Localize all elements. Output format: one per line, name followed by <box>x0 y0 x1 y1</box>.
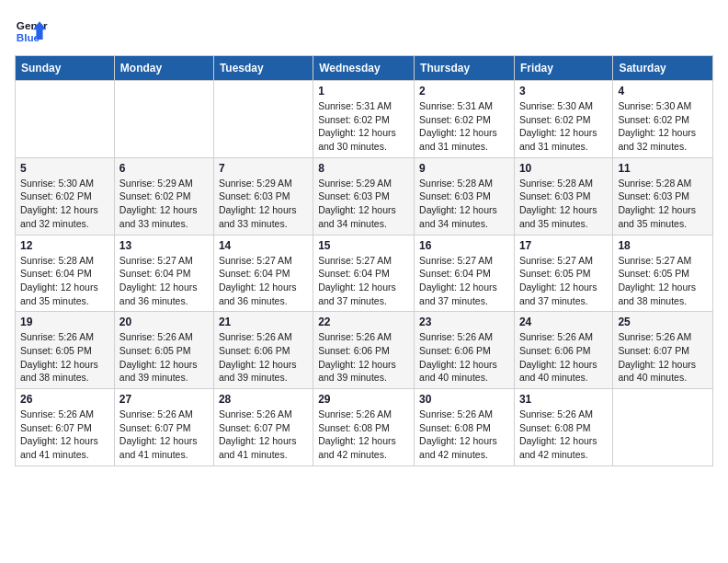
calendar-cell: 20Sunrise: 5:26 AM Sunset: 6:05 PM Dayli… <box>114 312 213 389</box>
weekday-header-tuesday: Tuesday <box>213 56 313 81</box>
calendar-week-row: 1Sunrise: 5:31 AM Sunset: 6:02 PM Daylig… <box>16 81 713 158</box>
day-number: 11 <box>618 162 708 175</box>
day-info: Sunrise: 5:26 AM Sunset: 6:07 PM Dayligh… <box>219 408 308 462</box>
calendar-cell: 24Sunrise: 5:26 AM Sunset: 6:06 PM Dayli… <box>514 312 612 389</box>
weekday-header-row: SundayMondayTuesdayWednesdayThursdayFrid… <box>16 56 713 81</box>
day-number: 30 <box>419 393 509 406</box>
day-number: 2 <box>419 85 509 98</box>
day-info: Sunrise: 5:26 AM Sunset: 6:08 PM Dayligh… <box>419 408 509 462</box>
calendar-cell: 16Sunrise: 5:27 AM Sunset: 6:04 PM Dayli… <box>415 235 515 312</box>
day-info: Sunrise: 5:27 AM Sunset: 6:05 PM Dayligh… <box>618 254 708 308</box>
calendar-cell: 14Sunrise: 5:27 AM Sunset: 6:04 PM Dayli… <box>213 235 313 312</box>
calendar-cell: 29Sunrise: 5:26 AM Sunset: 6:08 PM Dayli… <box>313 389 415 466</box>
day-number: 26 <box>20 393 109 406</box>
day-info: Sunrise: 5:27 AM Sunset: 6:04 PM Dayligh… <box>119 254 209 308</box>
day-info: Sunrise: 5:27 AM Sunset: 6:05 PM Dayligh… <box>519 254 608 308</box>
day-info: Sunrise: 5:27 AM Sunset: 6:04 PM Dayligh… <box>419 254 509 308</box>
calendar-cell: 7Sunrise: 5:29 AM Sunset: 6:03 PM Daylig… <box>213 157 313 235</box>
day-info: Sunrise: 5:26 AM Sunset: 6:05 PM Dayligh… <box>119 330 209 385</box>
day-number: 27 <box>119 393 209 406</box>
calendar-cell: 22Sunrise: 5:26 AM Sunset: 6:06 PM Dayli… <box>313 312 415 389</box>
day-number: 28 <box>219 393 308 406</box>
page-header: General Blue <box>15 15 713 48</box>
day-info: Sunrise: 5:27 AM Sunset: 6:04 PM Dayligh… <box>219 254 308 308</box>
weekday-header-wednesday: Wednesday <box>313 56 415 81</box>
day-info: Sunrise: 5:31 AM Sunset: 6:02 PM Dayligh… <box>419 99 509 154</box>
day-info: Sunrise: 5:30 AM Sunset: 6:02 PM Dayligh… <box>519 99 608 154</box>
day-number: 15 <box>318 239 409 252</box>
calendar-cell: 23Sunrise: 5:26 AM Sunset: 6:06 PM Dayli… <box>415 312 515 389</box>
day-info: Sunrise: 5:26 AM Sunset: 6:06 PM Dayligh… <box>419 330 509 385</box>
calendar-cell: 27Sunrise: 5:26 AM Sunset: 6:07 PM Dayli… <box>114 389 213 466</box>
day-info: Sunrise: 5:26 AM Sunset: 6:08 PM Dayligh… <box>318 408 409 462</box>
logo: General Blue <box>15 15 48 48</box>
day-info: Sunrise: 5:29 AM Sunset: 6:03 PM Dayligh… <box>318 177 409 231</box>
day-number: 25 <box>618 316 708 328</box>
day-info: Sunrise: 5:26 AM Sunset: 6:05 PM Dayligh… <box>20 330 109 385</box>
day-info: Sunrise: 5:26 AM Sunset: 6:08 PM Dayligh… <box>519 408 608 462</box>
day-info: Sunrise: 5:27 AM Sunset: 6:04 PM Dayligh… <box>318 254 409 308</box>
calendar-week-row: 26Sunrise: 5:26 AM Sunset: 6:07 PM Dayli… <box>16 389 713 466</box>
weekday-header-friday: Friday <box>514 56 612 81</box>
day-number: 19 <box>20 316 109 328</box>
day-number: 21 <box>219 316 308 328</box>
day-number: 3 <box>519 85 608 98</box>
day-number: 20 <box>119 316 209 328</box>
calendar-cell: 5Sunrise: 5:30 AM Sunset: 6:02 PM Daylig… <box>16 157 115 235</box>
day-number: 17 <box>519 239 608 252</box>
calendar-week-row: 12Sunrise: 5:28 AM Sunset: 6:04 PM Dayli… <box>16 235 713 312</box>
day-info: Sunrise: 5:26 AM Sunset: 6:07 PM Dayligh… <box>119 408 209 462</box>
day-number: 5 <box>20 162 109 175</box>
calendar-cell: 18Sunrise: 5:27 AM Sunset: 6:05 PM Dayli… <box>613 235 713 312</box>
day-info: Sunrise: 5:26 AM Sunset: 6:06 PM Dayligh… <box>219 330 308 385</box>
day-number: 9 <box>419 162 509 175</box>
calendar-cell: 10Sunrise: 5:28 AM Sunset: 6:03 PM Dayli… <box>514 157 612 235</box>
day-number: 8 <box>318 162 409 175</box>
calendar-cell <box>16 81 115 158</box>
day-number: 29 <box>318 393 409 406</box>
day-info: Sunrise: 5:29 AM Sunset: 6:03 PM Dayligh… <box>219 177 308 231</box>
calendar-cell: 30Sunrise: 5:26 AM Sunset: 6:08 PM Dayli… <box>415 389 515 466</box>
calendar-cell: 28Sunrise: 5:26 AM Sunset: 6:07 PM Dayli… <box>213 389 313 466</box>
calendar-cell: 3Sunrise: 5:30 AM Sunset: 6:02 PM Daylig… <box>514 81 612 158</box>
day-info: Sunrise: 5:30 AM Sunset: 6:02 PM Dayligh… <box>20 177 109 231</box>
day-number: 12 <box>20 239 109 252</box>
calendar-cell: 2Sunrise: 5:31 AM Sunset: 6:02 PM Daylig… <box>415 81 515 158</box>
calendar-week-row: 5Sunrise: 5:30 AM Sunset: 6:02 PM Daylig… <box>16 157 713 235</box>
calendar-cell: 1Sunrise: 5:31 AM Sunset: 6:02 PM Daylig… <box>313 81 415 158</box>
calendar-cell: 6Sunrise: 5:29 AM Sunset: 6:02 PM Daylig… <box>114 157 213 235</box>
day-number: 10 <box>519 162 608 175</box>
day-info: Sunrise: 5:26 AM Sunset: 6:06 PM Dayligh… <box>519 330 608 385</box>
calendar-cell: 15Sunrise: 5:27 AM Sunset: 6:04 PM Dayli… <box>313 235 415 312</box>
day-info: Sunrise: 5:31 AM Sunset: 6:02 PM Dayligh… <box>318 99 409 154</box>
day-number: 22 <box>318 316 409 328</box>
day-info: Sunrise: 5:30 AM Sunset: 6:02 PM Dayligh… <box>618 99 708 154</box>
day-number: 24 <box>519 316 608 328</box>
day-info: Sunrise: 5:26 AM Sunset: 6:07 PM Dayligh… <box>618 330 708 385</box>
day-info: Sunrise: 5:28 AM Sunset: 6:03 PM Dayligh… <box>618 177 708 231</box>
day-info: Sunrise: 5:26 AM Sunset: 6:06 PM Dayligh… <box>318 330 409 385</box>
logo-icon: General Blue <box>15 15 48 48</box>
calendar-cell: 11Sunrise: 5:28 AM Sunset: 6:03 PM Dayli… <box>613 157 713 235</box>
calendar-cell <box>613 389 713 466</box>
day-info: Sunrise: 5:28 AM Sunset: 6:03 PM Dayligh… <box>519 177 608 231</box>
day-number: 1 <box>318 85 409 98</box>
calendar-cell: 17Sunrise: 5:27 AM Sunset: 6:05 PM Dayli… <box>514 235 612 312</box>
weekday-header-saturday: Saturday <box>613 56 713 81</box>
calendar-week-row: 19Sunrise: 5:26 AM Sunset: 6:05 PM Dayli… <box>16 312 713 389</box>
calendar-cell <box>114 81 213 158</box>
day-info: Sunrise: 5:28 AM Sunset: 6:03 PM Dayligh… <box>419 177 509 231</box>
calendar-cell: 31Sunrise: 5:26 AM Sunset: 6:08 PM Dayli… <box>514 389 612 466</box>
day-number: 7 <box>219 162 308 175</box>
day-number: 6 <box>119 162 209 175</box>
calendar-cell <box>213 81 313 158</box>
day-number: 4 <box>618 85 708 98</box>
day-info: Sunrise: 5:29 AM Sunset: 6:02 PM Dayligh… <box>119 177 209 231</box>
calendar-cell: 9Sunrise: 5:28 AM Sunset: 6:03 PM Daylig… <box>415 157 515 235</box>
day-number: 31 <box>519 393 608 406</box>
day-info: Sunrise: 5:28 AM Sunset: 6:04 PM Dayligh… <box>20 254 109 308</box>
calendar-cell: 13Sunrise: 5:27 AM Sunset: 6:04 PM Dayli… <box>114 235 213 312</box>
calendar-cell: 26Sunrise: 5:26 AM Sunset: 6:07 PM Dayli… <box>16 389 115 466</box>
calendar-cell: 25Sunrise: 5:26 AM Sunset: 6:07 PM Dayli… <box>613 312 713 389</box>
calendar-cell: 4Sunrise: 5:30 AM Sunset: 6:02 PM Daylig… <box>613 81 713 158</box>
